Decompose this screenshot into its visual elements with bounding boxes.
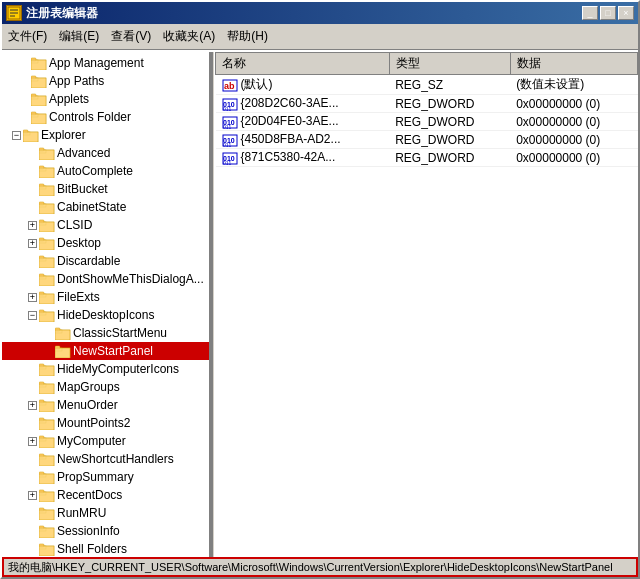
tree-item-runmru[interactable]: RunMRU [2,504,209,522]
tree-item-mountpoints2[interactable]: MountPoints2 [2,414,209,432]
tree-label-sessioninfo: SessionInfo [57,524,120,538]
tree-label-advanced: Advanced [57,146,110,160]
svg-rect-7 [31,60,46,70]
folder-icon-explorer [23,129,39,142]
menu-item-收藏夹(A)[interactable]: 收藏夹(A) [157,26,221,47]
tree-label-desktop: Desktop [57,236,101,250]
registry-cell-name: 010 011 {871C5380-42A... [216,149,390,167]
tree-item-bitbucket[interactable]: BitBucket [2,180,209,198]
menu-item-帮助(H)[interactable]: 帮助(H) [221,26,274,47]
right-panel: 名称 类型 数据 ab (默认)REG_SZ(数值未设置) 010 011 {2… [215,52,638,557]
expand-btn-menuorder[interactable]: + [28,401,37,410]
expand-btn-fileexts[interactable]: + [28,293,37,302]
tree-item-dontshowmethisdialog[interactable]: DontShowMeThisDialogA... [2,270,209,288]
tree-item-mycomputer[interactable]: + MyComputer [2,432,209,450]
tree-item-mapgroups[interactable]: MapGroups [2,378,209,396]
tree-item-desktop[interactable]: + Desktop [2,234,209,252]
folder-icon-sessioninfo [39,525,55,538]
registry-cell-data: 0x00000000 (0) [510,149,637,167]
col-header-type[interactable]: 类型 [389,53,510,75]
registry-row[interactable]: 010 011 {450D8FBA-AD2...REG_DWORD0x00000… [216,131,638,149]
registry-cell-name: ab (默认) [216,75,390,95]
tree-label-hidedesktopicons: HideDesktopIcons [57,308,154,322]
tree-item-autocomplete[interactable]: AutoComplete [2,162,209,180]
tree-item-advanced[interactable]: Advanced [2,144,209,162]
folder-icon-cabinetstate [39,201,55,214]
svg-rect-87 [39,420,54,430]
tree-item-propsummary[interactable]: PropSummary [2,468,209,486]
tree-item-fileexts[interactable]: + FileExts [2,288,209,306]
registry-row[interactable]: 010 011 {20D04FE0-3AE...REG_DWORD0x00000… [216,113,638,131]
tree-label-autocomplete: AutoComplete [57,164,133,178]
expand-btn-recentdocs[interactable]: + [28,491,37,500]
tree-item-clsid[interactable]: + CLSID [2,216,209,234]
expand-btn-mycomputer[interactable]: + [28,437,37,446]
expand-btn-hidedesktopicons[interactable]: − [28,311,37,320]
folder-icon-clsid [39,219,55,232]
tree-label-clsid: CLSID [57,218,92,232]
tree-label-propsummary: PropSummary [57,470,134,484]
maximize-button[interactable]: □ [600,6,616,20]
folder-icon-controls-folder [31,111,47,124]
svg-rect-99 [39,474,54,484]
registry-row[interactable]: ab (默认)REG_SZ(数值未设置) [216,75,638,95]
svg-rect-59 [39,294,54,304]
svg-rect-67 [55,330,70,340]
tree-label-newshortcuthandlers: NewShortcutHandlers [57,452,174,466]
table-scroll[interactable]: 名称 类型 数据 ab (默认)REG_SZ(数值未设置) 010 011 {2… [215,52,638,557]
folder-icon-bitbucket [39,183,55,196]
registry-row[interactable]: 010 011 {208D2C60-3AE...REG_DWORD0x00000… [216,95,638,113]
registry-row[interactable]: 010 011 {871C5380-42A...REG_DWORD0x00000… [216,149,638,167]
tree-item-newshortcuthandlers[interactable]: NewShortcutHandlers [2,450,209,468]
tree-label-explorer: Explorer [41,128,86,142]
tree-item-newstartpanel[interactable]: NewStartPanel [2,342,209,360]
tree-label-recentdocs: RecentDocs [57,488,122,502]
tree-label-applets: Applets [49,92,89,106]
expand-btn-clsid[interactable]: + [28,221,37,230]
folder-icon-autocomplete [39,165,55,178]
menu-item-文件(F)[interactable]: 文件(F) [2,26,53,47]
menu-item-编辑(E)[interactable]: 编辑(E) [53,26,105,47]
tree-item-shellfolders[interactable]: Shell Folders [2,540,209,557]
tree-item-discardable[interactable]: Discardable [2,252,209,270]
folder-icon-propsummary [39,471,55,484]
tree-label-classicstartmenu: ClassicStartMenu [73,326,167,340]
folder-icon-advanced [39,147,55,160]
app-icon [6,5,22,21]
tree-item-sessioninfo[interactable]: SessionInfo [2,522,209,540]
tree-item-recentdocs[interactable]: + RecentDocs [2,486,209,504]
col-header-data[interactable]: 数据 [510,53,637,75]
expand-btn-explorer[interactable]: − [12,131,21,140]
tree-item-hidemycomputericons[interactable]: HideMyComputerIcons [2,360,209,378]
tree-label-dontshowmethisdialog: DontShowMeThisDialogA... [57,272,204,286]
tree-item-hidedesktopicons[interactable]: − HideDesktopIcons [2,306,209,324]
registry-cell-name: 010 011 {208D2C60-3AE... [216,95,390,113]
close-button[interactable]: × [618,6,634,20]
menu-item-查看(V)[interactable]: 查看(V) [105,26,157,47]
registry-cell-type: REG_DWORD [389,131,510,149]
svg-text:011: 011 [223,160,232,165]
tree-item-classicstartmenu[interactable]: ClassicStartMenu [2,324,209,342]
tree-item-menuorder[interactable]: + MenuOrder [2,396,209,414]
svg-rect-35 [39,186,54,196]
tree-item-applets[interactable]: Applets [2,90,209,108]
tree-label-newstartpanel: NewStartPanel [73,344,153,358]
status-bar: 我的电脑\HKEY_CURRENT_USER\Software\Microsof… [2,557,638,577]
svg-rect-107 [39,510,54,520]
tree-item-explorer[interactable]: − Explorer [2,126,209,144]
svg-rect-39 [39,204,54,214]
minimize-button[interactable]: _ [582,6,598,20]
folder-icon-mountpoints2 [39,417,55,430]
tree-item-controls-folder[interactable]: Controls Folder [2,108,209,126]
tree-item-app-paths[interactable]: App Paths [2,72,209,90]
expand-btn-desktop[interactable]: + [28,239,37,248]
tree-item-cabinetstate[interactable]: CabinetState [2,198,209,216]
col-header-name[interactable]: 名称 [216,53,390,75]
registry-type-icon: 010 011 [222,133,238,147]
registry-editor-window: 注册表编辑器 _ □ × 文件(F)编辑(E)查看(V)收藏夹(A)帮助(H) … [0,0,640,579]
tree-item-app-management[interactable]: App Management [2,54,209,72]
tree-panel[interactable]: App Management App Paths Applets Control… [2,52,212,557]
svg-rect-23 [23,132,38,142]
svg-rect-71 [55,348,70,358]
registry-cell-data: 0x00000000 (0) [510,95,637,113]
